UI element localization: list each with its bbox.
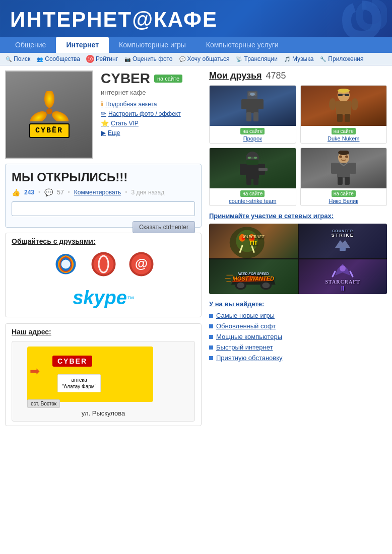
friend-online-prorok: на сайте — [240, 128, 265, 134]
sub-nav: 🔍 Поиск 👥 Сообщества 10 Рейтинг 📷 Оценит… — [0, 53, 392, 65]
game-tile-sc2[interactable]: STARCRAFT II — [299, 259, 387, 294]
svg-rect-23 — [338, 94, 343, 96]
friends-section: Мои друзья 4785 — [209, 71, 387, 206]
svg-point-45 — [345, 156, 348, 158]
game-tile-cs[interactable]: COUNTER STRIKE — [299, 224, 387, 258]
pencil-icon: ✏ — [101, 110, 106, 117]
friend-card-niko: на сайте Нико Белик — [300, 148, 387, 206]
friend-name-prorok[interactable]: Пророк — [210, 135, 296, 143]
map-street: ул. Рыскулова — [82, 409, 125, 417]
subnav-chat[interactable]: 💬 Хочу общаться — [179, 55, 230, 62]
tab-obshenie[interactable]: Общение — [5, 37, 56, 53]
svg-rect-41 — [253, 178, 258, 185]
games-section: Принимайте участие в сетевых играх: — [209, 212, 387, 294]
svg-rect-24 — [345, 94, 349, 96]
mail-icon[interactable]: @ — [127, 250, 155, 280]
subnav-communities[interactable]: 👥 Сообщества — [36, 55, 80, 62]
svg-text:@: @ — [135, 256, 147, 271]
info-icon: ℹ — [101, 100, 103, 108]
game-tile-nfs[interactable]: NEED FOR SPEED MOST WANTED — [209, 259, 298, 294]
svg-rect-43 — [337, 163, 350, 178]
comment-link[interactable]: Комментировать — [74, 189, 121, 196]
subnav-broadcast[interactable]: 📡 Трансляции — [235, 55, 277, 62]
post-meta: 👍 243 • 💬 57 • Комментировать • 3 дня на… — [12, 188, 195, 196]
list-item[interactable]: Обновленный софт — [209, 322, 387, 330]
edit-photo-link[interactable]: ✏ Настроить фото / эффект — [101, 110, 202, 117]
main-content: СYBЁR CYBER на сайте интернет кафе ℹ Под… — [0, 65, 392, 437]
skype-logo-container[interactable]: skype™ — [12, 285, 195, 313]
list-item[interactable]: Мощные компьютеры — [209, 333, 387, 340]
svg-rect-28 — [337, 114, 343, 122]
friend-name-duke[interactable]: Duke Nukem — [301, 135, 387, 143]
apps-icon: 🔧 — [319, 55, 326, 62]
social-icons: @ — [12, 250, 195, 280]
friends-count: 4785 — [266, 71, 286, 81]
svg-point-34 — [248, 157, 251, 159]
bullet-icon — [209, 356, 213, 360]
post-title: МЫ ОТКРЫЛИСЬ!!! — [12, 170, 195, 184]
more-link[interactable]: ▶ Еще — [101, 129, 202, 136]
search-icon: 🔍 — [5, 55, 12, 62]
photo-icon: 📷 — [124, 55, 131, 62]
post-time: 3 дня назад — [131, 189, 164, 196]
map-cyber-label: CYBER — [52, 356, 92, 367]
detailed-profile-link[interactable]: ℹ Подробная анкета — [101, 100, 202, 108]
subnav-photo[interactable]: 📷 Оценить фото — [124, 55, 172, 62]
game-tile-warcraft[interactable]: WARCRAFT III — [209, 224, 298, 258]
svg-point-0 — [44, 91, 54, 108]
svg-rect-17 — [246, 112, 251, 121]
subnav-apps[interactable]: 🔧 Приложения — [319, 55, 363, 62]
profile-info: CYBER на сайте интернет кафе ℹ Подробная… — [101, 71, 202, 159]
svg-rect-36 — [246, 160, 258, 165]
bullet-icon — [209, 314, 213, 318]
tab-games[interactable]: Компьютерные игры — [109, 37, 196, 53]
svg-rect-18 — [253, 112, 258, 121]
svg-rect-15 — [241, 99, 247, 109]
profile-name: CYBER — [101, 71, 150, 87]
list-item[interactable]: Быстрый интернет — [209, 343, 387, 351]
svg-rect-49 — [338, 177, 343, 185]
likes-count: 243 — [24, 189, 34, 196]
svg-point-5 — [61, 260, 70, 269]
list-item[interactable]: Самые новые игры — [209, 312, 387, 319]
submit-comment-button[interactable]: Сказать ctrl+enter — [133, 221, 195, 233]
skype-text: skype — [73, 287, 127, 308]
profile-subtitle: интернет кафе — [101, 89, 202, 96]
firefox-icon[interactable] — [52, 250, 80, 280]
communities-icon: 👥 — [36, 55, 43, 62]
online-badge: на сайте — [154, 75, 182, 83]
svg-point-2 — [29, 109, 49, 121]
svg-point-35 — [254, 157, 257, 159]
bullet-icon — [209, 335, 213, 339]
subnav-music[interactable]: 🎵 Музыка — [284, 55, 313, 62]
subnav-rating[interactable]: 10 Рейтинг — [86, 55, 118, 63]
comment-input[interactable] — [12, 201, 195, 216]
left-column: СYBЁR CYBER на сайте интернет кафе ℹ Под… — [5, 71, 202, 432]
vip-link[interactable]: ⭐ Стать VIP — [101, 119, 202, 127]
friend-name-niko[interactable]: Нико Белик — [301, 198, 387, 205]
cyber-badge: СYBЁR — [29, 123, 70, 138]
svg-point-3 — [46, 108, 52, 114]
map-arrow-icon: ➡ — [30, 364, 40, 378]
tab-services[interactable]: Компьютерные услуги — [196, 37, 289, 53]
address-title: Наш адрес: — [12, 328, 195, 336]
svg-point-20 — [250, 93, 255, 96]
svg-point-44 — [339, 156, 342, 158]
opera-icon[interactable] — [90, 250, 117, 280]
svg-rect-22 — [336, 101, 351, 115]
social-section-title: Общайтесь с друзьями: — [12, 237, 195, 245]
friends-title: Мои друзья — [209, 71, 262, 81]
svg-rect-57 — [340, 247, 346, 251]
list-item[interactable]: Приятную обстановку — [209, 354, 387, 362]
subnav-search[interactable]: 🔍 Поиск — [5, 55, 30, 62]
friends-header: Мои друзья 4785 — [209, 71, 387, 81]
bullet-icon — [209, 345, 213, 350]
friend-card-prorok: на сайте Пророк — [209, 85, 296, 144]
svg-rect-39 — [258, 168, 268, 171]
header-decoration — [321, 0, 387, 37]
tab-internet[interactable]: Интернет — [56, 37, 109, 53]
friends-grid: на сайте Пророк — [209, 85, 387, 206]
friend-name-cs[interactable]: counter-strike team — [210, 198, 296, 205]
unas-list: Самые новые игры Обновленный софт Мощные… — [209, 312, 387, 362]
map-pharmacy: аптека "Алатау Фарм" — [57, 374, 101, 392]
